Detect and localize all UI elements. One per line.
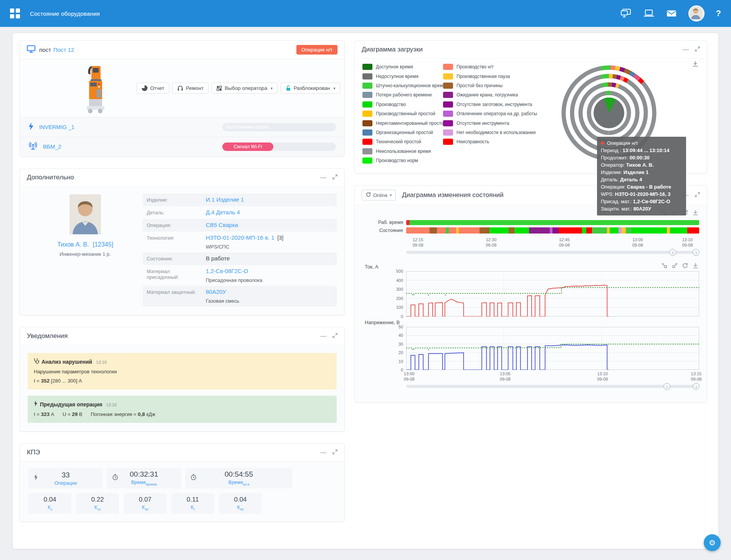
- detail-value[interactable]: Д.4 Деталь 4: [206, 209, 240, 215]
- state-segment[interactable]: [626, 227, 632, 234]
- timeline-range-slider[interactable]: ||||: [406, 249, 699, 256]
- slider-handle[interactable]: ||: [663, 383, 670, 390]
- state-segment[interactable]: [550, 227, 553, 234]
- detail-value[interactable]: СВ5 Сварка: [206, 222, 238, 228]
- state-segment[interactable]: [509, 227, 514, 234]
- voltage-chart[interactable]: 01020304050: [362, 327, 699, 370]
- state-segment[interactable]: [456, 227, 459, 234]
- monitors-icon[interactable]: [620, 8, 632, 18]
- state-segment[interactable]: [514, 227, 529, 234]
- state-row: Состояние: [362, 227, 699, 234]
- slider-handle[interactable]: ||: [693, 383, 700, 390]
- state-segment[interactable]: [552, 227, 558, 234]
- state-segment[interactable]: [430, 227, 437, 234]
- collapse-icon[interactable]: —: [683, 46, 689, 53]
- state-segment[interactable]: [406, 227, 430, 234]
- download-icon[interactable]: [693, 263, 698, 270]
- online-mode-button[interactable]: Online ▾: [362, 190, 396, 200]
- state-segment[interactable]: [687, 227, 699, 234]
- legend-swatch: [443, 73, 453, 80]
- detail-value[interactable]: 1,2-Св-08Г2С-О: [206, 268, 248, 274]
- state-segment[interactable]: [582, 227, 586, 234]
- state-segment[interactable]: [622, 227, 626, 234]
- violation-alert: Анализ нарушений 13:10 Нарушение парамет…: [28, 353, 337, 389]
- kpi-tile: 0.07Кзп: [124, 493, 167, 514]
- collapse-icon[interactable]: —: [320, 333, 326, 339]
- state-segment[interactable]: [610, 227, 619, 234]
- collapse-icon[interactable]: —: [320, 174, 326, 181]
- mail-icon[interactable]: [666, 9, 677, 18]
- state-segment[interactable]: [459, 227, 479, 234]
- kpi-label[interactable]: Времяшт.к: [225, 480, 253, 486]
- help-icon[interactable]: ?: [716, 8, 721, 18]
- slider-handle[interactable]: ||: [669, 249, 676, 256]
- state-segment[interactable]: [632, 227, 667, 234]
- state-segment[interactable]: [490, 227, 509, 234]
- refresh-icon[interactable]: [682, 263, 688, 270]
- voltage-chart-label: Напряжение, В: [365, 320, 400, 325]
- expand-icon[interactable]: [695, 192, 700, 198]
- axis-tick: 13:1009-08: [597, 371, 608, 382]
- state-segment[interactable]: [529, 227, 549, 234]
- detail-value[interactable]: 80А20У: [206, 288, 226, 295]
- zoom-box-icon[interactable]: [662, 263, 667, 270]
- kpi-label[interactable]: Времяпроизв: [130, 480, 158, 486]
- state-segment[interactable]: [406, 220, 410, 225]
- kpi-label[interactable]: Кг: [187, 505, 199, 511]
- slider-handle[interactable]: ||: [693, 249, 700, 256]
- state-segment[interactable]: [586, 227, 592, 234]
- top-bar: Состояние оборудования ?: [0, 0, 731, 27]
- repair-button[interactable]: Ремонт: [172, 83, 208, 94]
- kpi-label[interactable]: Кпо: [234, 505, 246, 511]
- download-icon[interactable]: [693, 210, 698, 217]
- detail-value[interactable]: И.1 Изделие 1: [206, 196, 244, 203]
- expand-icon[interactable]: [332, 449, 337, 456]
- legend-swatch: [362, 139, 372, 145]
- state-bar[interactable]: [406, 227, 699, 234]
- settings-fab[interactable]: ⚙: [704, 534, 721, 551]
- state-segment[interactable]: [607, 227, 610, 234]
- kpi-label[interactable]: Кзэ: [91, 505, 104, 511]
- operator-select-button[interactable]: Выбор оператора▾: [212, 83, 277, 94]
- state-segment[interactable]: [667, 227, 670, 234]
- state-segment[interactable]: [437, 227, 446, 234]
- state-segment[interactable]: [410, 220, 699, 225]
- expand-icon[interactable]: [332, 174, 337, 181]
- apps-grid-icon[interactable]: [10, 8, 20, 18]
- expand-icon[interactable]: [332, 333, 337, 339]
- unlock-button[interactable]: Разблокирован▾: [281, 83, 341, 94]
- operator-name[interactable]: Тихов А. В.[12345]: [28, 241, 143, 248]
- state-segment[interactable]: [446, 227, 449, 234]
- user-avatar[interactable]: [688, 5, 705, 22]
- state-segment[interactable]: [670, 227, 688, 234]
- chart-range-slider[interactable]: ||||: [406, 383, 699, 390]
- state-segment[interactable]: [480, 227, 490, 234]
- kpi-label[interactable]: Операции: [55, 480, 77, 486]
- y-tick: 200: [396, 296, 403, 301]
- state-segment[interactable]: [592, 227, 607, 234]
- states-diagram-card: Online ▾ Диаграмма изменения состояний —: [354, 185, 707, 403]
- detail-label: Состояние:: [143, 252, 201, 265]
- state-segment[interactable]: [449, 227, 456, 234]
- device-link-invermig[interactable]: INVERMIG _1: [39, 124, 74, 130]
- post-name-link[interactable]: Пост 12: [53, 46, 74, 53]
- collapse-icon[interactable]: —: [320, 449, 326, 456]
- kpi-label[interactable]: Кз: [43, 505, 56, 511]
- kpi-value: 33: [55, 471, 77, 479]
- laptop-icon[interactable]: [643, 9, 655, 18]
- state-segment[interactable]: [619, 227, 622, 234]
- plan-progress-bar: Выполнение плана: [222, 123, 336, 131]
- kpi-value: 0.22: [91, 496, 104, 504]
- legend-swatch: [443, 64, 453, 70]
- worktime-bar[interactable]: [406, 220, 699, 225]
- download-icon[interactable]: [692, 61, 698, 68]
- kpi-label[interactable]: Кзп: [139, 505, 151, 511]
- state-segment[interactable]: [559, 227, 582, 234]
- report-button[interactable]: Отчет: [137, 83, 169, 94]
- zoom-back-icon[interactable]: [672, 263, 678, 270]
- detail-value[interactable]: НЗТО-01-2020-МП-16 в. 1: [206, 234, 275, 241]
- detail-label: Деталь:: [143, 206, 201, 219]
- current-chart[interactable]: 0100200300400500: [362, 271, 699, 316]
- device-link-vbm[interactable]: ВБМ_2: [43, 144, 61, 150]
- expand-icon[interactable]: [695, 46, 700, 53]
